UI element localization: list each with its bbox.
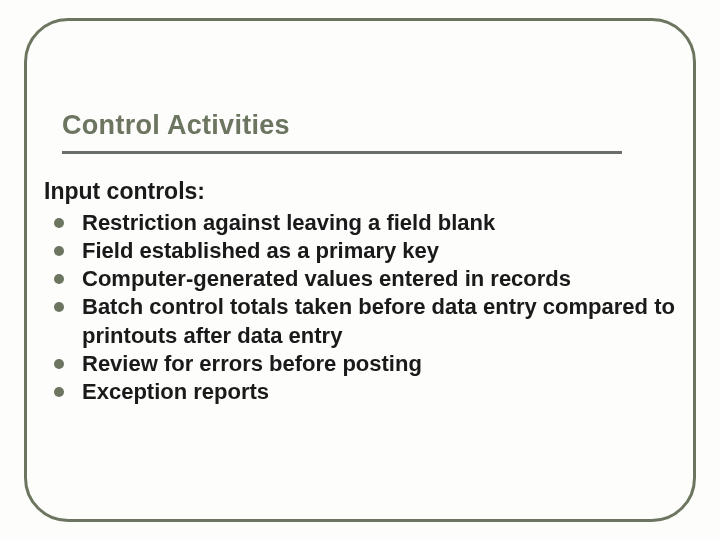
bullet-icon [54,387,64,397]
list-item-text: Field established as a primary key [82,237,676,265]
subhead: Input controls: [44,178,676,205]
bullet-icon [54,359,64,369]
list-item-text: Restriction against leaving a field blan… [82,209,676,237]
title-block: Control Activities [62,110,610,154]
list-item: Computer-generated values entered in rec… [54,265,676,293]
list-item-text: Review for errors before posting [82,350,676,378]
slide-title: Control Activities [62,110,610,147]
list-item: Batch control totals taken before data e… [54,293,676,349]
list-item: Review for errors before posting [54,350,676,378]
list-item-text: Computer-generated values entered in rec… [82,265,676,293]
list-item: Restriction against leaving a field blan… [54,209,676,237]
bullet-icon [54,246,64,256]
bullet-list: Restriction against leaving a field blan… [44,209,676,406]
list-item: Exception reports [54,378,676,406]
bullet-icon [54,274,64,284]
list-item: Field established as a primary key [54,237,676,265]
list-item-text: Batch control totals taken before data e… [82,293,676,349]
list-item-text: Exception reports [82,378,676,406]
bullet-icon [54,218,64,228]
slide: Control Activities Input controls: Restr… [0,0,720,540]
bullet-icon [54,302,64,312]
title-underline [62,151,622,154]
slide-body: Input controls: Restriction against leav… [44,178,676,406]
